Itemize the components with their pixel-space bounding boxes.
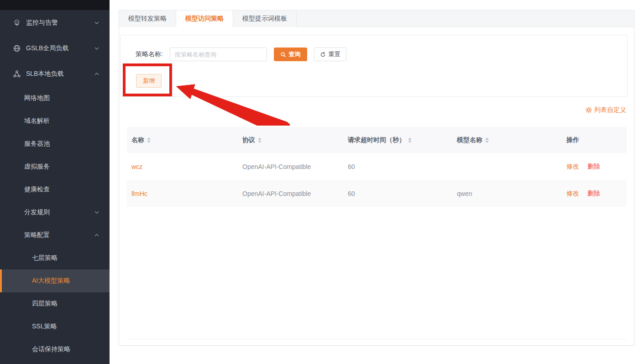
cell-protocol: OpenAI-API-Compatible (238, 190, 343, 197)
column-header-label: 协议 (242, 136, 255, 144)
column-header-label: 名称 (131, 136, 144, 144)
search-button[interactable]: 查询 (274, 47, 307, 61)
column-header[interactable]: 模型名称 (452, 136, 562, 144)
column-header-label: 操作 (566, 136, 579, 144)
tab-模型转发策略[interactable]: 模型转发策略 (119, 11, 176, 27)
filter-card: 策略名称: 查询 重置 新增 (120, 35, 628, 97)
sidebar-item-网络地图[interactable]: 网络地图 (0, 87, 110, 110)
table-row: wczOpenAI-API-Compatible60修改删除 (127, 153, 627, 180)
cell-actions: 修改删除 (562, 163, 627, 171)
chevron-up-icon (94, 232, 99, 238)
table-row: llmHcOpenAI-API-Compatible60qwen修改删除 (127, 180, 627, 207)
sidebar-item-虚拟服务[interactable]: 虚拟服务 (0, 155, 110, 178)
main-panel: 模型转发策略模型访问策略模型提示词模板 策略名称: 查询 重置 新增 (119, 10, 634, 346)
column-header-label: 模型名称 (457, 136, 482, 144)
cell-name: wcz (127, 163, 238, 170)
row-name-link[interactable]: llmHc (131, 190, 147, 197)
sidebar-item-域名解析[interactable]: 域名解析 (0, 110, 110, 132)
column-header: 操作 (562, 136, 627, 144)
sidebar-item-label: 虚拟服务 (24, 163, 50, 171)
sidebar-item-label: 监控与告警 (26, 19, 58, 27)
sidebar-item-label: 网络地图 (24, 94, 50, 102)
sidebar-item-服务器池[interactable]: 服务器池 (0, 132, 110, 155)
monitor-icon (13, 19, 21, 27)
sidebar-item-四层策略[interactable]: 四层策略 (0, 292, 110, 315)
filter-row: 策略名称: 查询 重置 (136, 47, 346, 61)
policy-name-label: 策略名称: (136, 50, 163, 58)
table-header: 名称协议请求超时时间（秒）模型名称操作 (127, 127, 627, 153)
search-icon (280, 52, 286, 58)
sidebar-item-SSL策略[interactable]: SSL策略 (0, 315, 110, 338)
tab-bar: 模型转发策略模型访问策略模型提示词模板 (119, 11, 634, 27)
sort-icon[interactable] (408, 137, 412, 143)
sidebar-item-label: 健康检查 (24, 185, 50, 194)
sort-icon[interactable] (147, 137, 151, 143)
cell-timeout: 60 (343, 163, 452, 170)
sort-icon[interactable] (485, 137, 489, 143)
list-customize-label: 列表自定义 (594, 106, 626, 114)
cell-timeout: 60 (343, 190, 452, 197)
sidebar-item-AI大模型策略[interactable]: AI大模型策略 (0, 269, 110, 292)
tab-模型访问策略[interactable]: 模型访问策略 (176, 11, 233, 27)
sidebar-item-label: 四层策略 (32, 300, 58, 308)
sidebar-item-分发规则[interactable]: 分发规则 (0, 201, 110, 224)
column-header[interactable]: 名称 (127, 136, 238, 144)
sidebar-item-label: 分发规则 (24, 208, 50, 216)
sidebar-item-健康检查[interactable]: 健康检查 (0, 178, 110, 201)
globe-icon (13, 44, 21, 53)
delete-link[interactable]: 删除 (587, 190, 600, 198)
refresh-icon (320, 52, 326, 58)
sidebar: 监控与告警GSLB全局负载SLB本地负载网络地图域名解析服务器池虚拟服务健康检查… (0, 0, 110, 364)
policy-name-input[interactable] (170, 47, 267, 61)
column-header-label: 请求超时时间（秒） (348, 136, 405, 144)
sidebar-item-label: SSL策略 (32, 322, 57, 331)
sidebar-item-label: 七层策略 (32, 254, 58, 262)
cell-model: qwen (452, 190, 562, 197)
sidebar-item-label: GSLB全局负载 (26, 44, 68, 53)
tab-模型提示词模板[interactable]: 模型提示词模板 (233, 11, 297, 27)
sidebar-item-监控与告警[interactable]: 监控与告警 (0, 10, 110, 36)
network-icon (13, 70, 21, 78)
panel-bottom-divider (127, 339, 627, 339)
sidebar-item-label: AI大模型策略 (32, 277, 70, 285)
list-customize-link[interactable]: 列表自定义 (586, 106, 626, 115)
edit-link[interactable]: 修改 (566, 190, 579, 198)
cell-name: llmHc (127, 190, 238, 197)
sidebar-item-会话保持策略[interactable]: 会话保持策略 (0, 338, 110, 361)
sidebar-item-label: 服务器池 (24, 140, 50, 148)
sort-icon[interactable] (258, 137, 262, 143)
cell-actions: 修改删除 (562, 190, 627, 198)
sidebar-item-label: 域名解析 (24, 117, 50, 125)
column-header[interactable]: 协议 (238, 136, 343, 144)
search-button-label: 查询 (288, 50, 300, 58)
sidebar-item-策略配置[interactable]: 策略配置 (0, 224, 110, 247)
policy-table: 名称协议请求超时时间（秒）模型名称操作 wczOpenAI-API-Compat… (127, 127, 627, 207)
chevron-up-icon (94, 71, 99, 77)
sidebar-top-strip (0, 0, 110, 10)
edit-link[interactable]: 修改 (566, 163, 579, 171)
column-header[interactable]: 请求超时时间（秒） (343, 136, 452, 144)
chevron-down-icon (94, 20, 99, 26)
delete-link[interactable]: 删除 (587, 163, 600, 171)
row-name-link[interactable]: wcz (131, 163, 142, 170)
gear-icon (586, 107, 592, 113)
sidebar-nav: 监控与告警GSLB全局负载SLB本地负载网络地图域名解析服务器池虚拟服务健康检查… (0, 10, 110, 361)
sidebar-item-label: 策略配置 (24, 231, 50, 239)
cell-protocol: OpenAI-API-Compatible (238, 163, 343, 170)
reset-button-label: 重置 (328, 50, 340, 58)
sidebar-item-GSLB全局负载[interactable]: GSLB全局负载 (0, 36, 110, 61)
add-button[interactable]: 新增 (136, 74, 162, 88)
sidebar-item-七层策略[interactable]: 七层策略 (0, 247, 110, 269)
table-body: wczOpenAI-API-Compatible60修改删除llmHcOpenA… (127, 153, 627, 207)
sidebar-item-label: 会话保持策略 (32, 345, 70, 353)
chevron-down-icon (94, 210, 99, 215)
sidebar-item-label: SLB本地负载 (26, 70, 63, 78)
chevron-down-icon (94, 46, 99, 51)
sidebar-item-SLB本地负载[interactable]: SLB本地负载 (0, 61, 110, 87)
reset-button[interactable]: 重置 (314, 47, 346, 61)
